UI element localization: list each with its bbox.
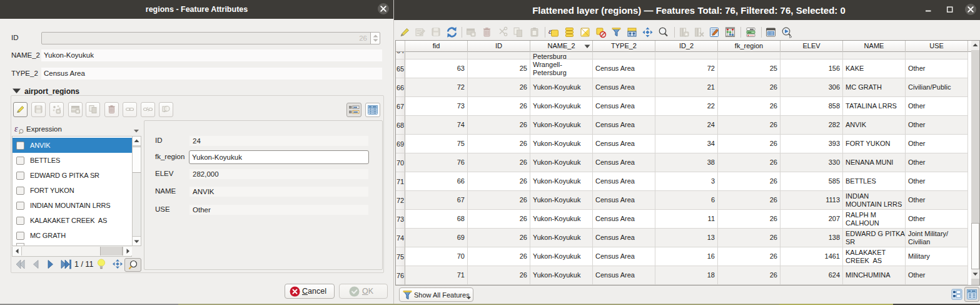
svg-text:ε: ε (14, 124, 18, 133)
svg-text:ε: ε (548, 26, 552, 36)
